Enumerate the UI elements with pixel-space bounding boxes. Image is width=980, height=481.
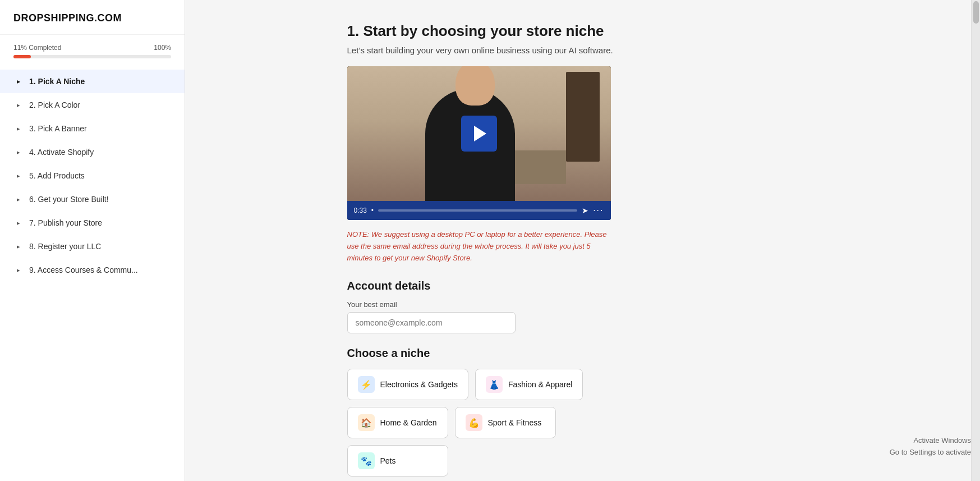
email-input[interactable] bbox=[347, 312, 516, 333]
sidebar-item-label: 7. Publish your Store bbox=[29, 218, 102, 227]
scrollbar-area[interactable] bbox=[971, 0, 980, 481]
sidebar-item-activate-shopify[interactable]: ▸ 4. Activate Shopify bbox=[0, 140, 185, 164]
niche-label-fashion: Fashion & Apparel bbox=[508, 380, 572, 389]
niche-label-pets: Pets bbox=[380, 456, 396, 465]
sidebar-item-register-llc[interactable]: ▸ 8. Register your LLC bbox=[0, 235, 185, 258]
video-controls-bar: 0:33 • ➤ ··· bbox=[347, 201, 611, 220]
sidebar-item-add-products[interactable]: ▸ 5. Add Products bbox=[0, 164, 185, 187]
chevron-right-icon: ▸ bbox=[13, 218, 24, 228]
play-button[interactable] bbox=[461, 116, 497, 152]
chevron-right-icon: ▸ bbox=[13, 194, 24, 204]
chevron-right-icon: ▸ bbox=[13, 265, 24, 275]
sidebar-item-label: 8. Register your LLC bbox=[29, 242, 101, 251]
niche-card-home-garden[interactable]: 🏠 Home & Garden bbox=[347, 407, 448, 438]
sidebar-item-label: 9. Access Courses & Commu... bbox=[29, 265, 138, 274]
sidebar-item-label: 2. Pick A Color bbox=[29, 100, 80, 109]
niche-card-pets[interactable]: 🐾 Pets bbox=[347, 445, 448, 477]
niche-label-home-garden: Home & Garden bbox=[380, 418, 437, 427]
niche-card-sport-fitness[interactable]: 💪 Sport & Fitness bbox=[455, 407, 556, 438]
email-field-label: Your best email bbox=[347, 300, 809, 309]
chevron-right-icon: ▸ bbox=[13, 171, 24, 181]
sport-fitness-icon: 💪 bbox=[466, 414, 482, 431]
sidebar-item-pick-banner[interactable]: ▸ 3. Pick A Banner bbox=[0, 117, 185, 140]
chevron-right-icon: ▸ bbox=[13, 147, 24, 157]
chevron-right-icon: ▸ bbox=[13, 123, 24, 134]
sidebar-item-label: 1. Pick A Niche bbox=[29, 77, 85, 86]
sidebar-item-pick-niche[interactable]: ▸ 1. Pick A Niche bbox=[0, 70, 185, 93]
person-head bbox=[456, 66, 495, 106]
progress-bar-fill bbox=[13, 55, 31, 58]
app-logo: DROPSHIPPING.COM bbox=[0, 0, 185, 35]
note-text: NOTE: We suggest using a desktop PC or l… bbox=[347, 229, 611, 264]
play-triangle-icon bbox=[474, 126, 486, 141]
chevron-right-icon: ▸ bbox=[13, 76, 24, 86]
niche-label-sport-fitness: Sport & Fitness bbox=[488, 418, 542, 427]
video-player[interactable]: 0:33 • ➤ ··· bbox=[347, 66, 611, 220]
progress-bar-background bbox=[13, 55, 171, 58]
chevron-right-icon: ▸ bbox=[13, 241, 24, 251]
niche-section-heading: Choose a niche bbox=[347, 347, 809, 360]
progress-completed-label: 11% Completed bbox=[13, 44, 61, 52]
video-timestamp: 0:33 bbox=[354, 207, 367, 214]
account-section-heading: Account details bbox=[347, 280, 809, 292]
sidebar-item-label: 3. Pick A Banner bbox=[29, 124, 87, 133]
fashion-icon: 👗 bbox=[486, 376, 503, 393]
chevron-right-icon: ▸ bbox=[13, 100, 24, 110]
progress-total-label: 100% bbox=[154, 44, 171, 52]
sidebar-item-access-courses[interactable]: ▸ 9. Access Courses & Commu... bbox=[0, 258, 185, 282]
main-content: 1. Start by choosing your store niche Le… bbox=[320, 0, 836, 481]
niche-grid: ⚡ Electronics & Gadgets 👗 Fashion & Appa… bbox=[347, 369, 639, 477]
niche-card-fashion[interactable]: 👗 Fashion & Apparel bbox=[475, 369, 583, 400]
page-title: 1. Start by choosing your store niche bbox=[347, 22, 809, 40]
sidebar-item-label: 4. Activate Shopify bbox=[29, 148, 94, 157]
sidebar-item-get-store-built[interactable]: ▸ 6. Get your Store Built! bbox=[0, 187, 185, 211]
pets-icon: 🐾 bbox=[358, 452, 375, 469]
page-subtitle: Let’s start building your very own onlin… bbox=[347, 45, 809, 55]
sidebar-item-pick-color[interactable]: ▸ 2. Pick A Color bbox=[0, 93, 185, 117]
sidebar-item-publish-store[interactable]: ▸ 7. Publish your Store bbox=[0, 211, 185, 235]
niche-card-electronics[interactable]: ⚡ Electronics & Gadgets bbox=[347, 369, 469, 400]
sidebar: DROPSHIPPING.COM 11% Completed 100% ▸ 1.… bbox=[0, 0, 185, 481]
video-thumbnail bbox=[347, 66, 611, 201]
electronics-icon: ⚡ bbox=[358, 376, 375, 393]
video-progress-bar[interactable] bbox=[378, 209, 577, 212]
video-more-options[interactable]: ··· bbox=[593, 205, 604, 216]
main-scroll-area: 1. Start by choosing your store niche Le… bbox=[185, 0, 971, 481]
scrollbar-thumb[interactable] bbox=[973, 1, 979, 24]
video-wistia-icon: ➤ bbox=[582, 206, 588, 215]
sidebar-item-label: 6. Get your Store Built! bbox=[29, 195, 109, 204]
sidebar-item-label: 5. Add Products bbox=[29, 171, 85, 180]
progress-section: 11% Completed 100% bbox=[0, 35, 185, 65]
office-shelf-decoration bbox=[566, 72, 600, 162]
sidebar-nav: ▸ 1. Pick A Niche ▸ 2. Pick A Color ▸ 3.… bbox=[0, 65, 185, 286]
home-garden-icon: 🏠 bbox=[358, 414, 375, 431]
niche-label-electronics: Electronics & Gadgets bbox=[380, 380, 458, 389]
video-dot: • bbox=[371, 207, 374, 214]
